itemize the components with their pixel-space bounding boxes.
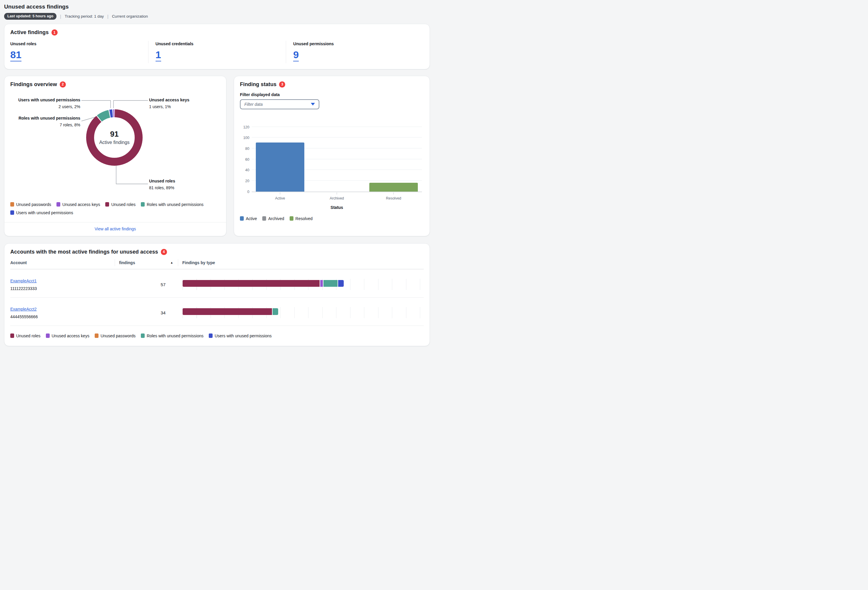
metric-value-link[interactable]: 9 [293,50,299,62]
donut-chart: 91 Active findings Users with unused per… [10,90,220,199]
overview-legend-unused-passwords[interactable]: Unused passwords [10,202,51,207]
bar-segment-roles-with-unused-permissions[interactable] [273,308,278,315]
legend-swatch [46,334,50,338]
accounts-legend-users-with-unused-permissions[interactable]: Users with unused permissions [209,334,272,338]
account-link-exampleacct2[interactable]: ExampleAcct2 [10,307,37,312]
accounts-legend-unused-roles[interactable]: Unused roles [10,334,41,338]
legend-swatch [10,202,14,207]
bar-segment-unused-roles[interactable] [183,308,272,315]
legend-swatch [262,216,266,221]
overview-legend-unused-roles[interactable]: Unused roles [105,202,136,207]
stacked-bar [183,308,278,315]
column-header-account: Account [10,260,115,265]
bar-segment-users-with-unused-permissions[interactable] [338,280,344,287]
legend-swatch [10,210,14,215]
column-header-findings[interactable]: findings ▲ [115,259,178,266]
overview-legend-users-with-unused-permissions[interactable]: Users with unused permissions [10,210,73,215]
accounts-table: Account findings ▲ Findings by type Exam… [10,259,424,326]
account-link-exampleacct1[interactable]: ExampleAcct1 [10,278,37,283]
account-cell: ExampleAcct1111122223333 [10,278,115,291]
accounts-card: Accounts with the most active findings f… [4,243,430,346]
x-axis-label-resolved: Resolved [365,196,422,200]
accounts-legend-roles-with-unused-permissions[interactable]: Roles with unused permissions [141,334,204,338]
finding-status-title: Finding status [240,81,276,88]
bar-slot-resolved [365,128,422,191]
table-row-exampleacct1: ExampleAcct111112222333357 [10,269,424,298]
findings-overview-card: Findings overview 2 91 Active findings [4,76,226,236]
metric-label: Unused credentials [155,41,280,46]
annotation-badge-2: 2 [60,81,66,88]
legend-swatch [141,202,145,207]
last-updated-badge: Last updated: 5 hours ago [4,13,56,20]
bar-segment-roles-with-unused-permissions[interactable] [323,280,338,287]
status-legend-active[interactable]: Active [240,216,257,221]
findings-by-type-cell [178,307,424,318]
meta-separator: | [107,14,108,19]
legend-swatch [56,202,60,207]
legend-swatch [141,334,145,338]
filter-data-placeholder: Filter data [244,102,263,107]
status-legend-archived[interactable]: Archived [262,216,284,221]
findings-overview-legend: Unused passwordsUnused access keysUnused… [10,202,220,215]
overview-legend-unused-access-keys[interactable]: Unused access keys [56,202,100,207]
bar-slot-active [252,128,309,191]
page: Unused access findings Last updated: 5 h… [0,0,434,351]
findings-count: 34 [115,310,178,315]
y-axis-tick-label: 20 [240,179,249,183]
status-chart-legend: ActiveArchivedResolved [240,216,424,221]
active-findings-card: Active findings 1 Unused roles81Unused c… [4,24,430,69]
donut-segment-unused-roles[interactable] [90,113,139,162]
status-chart-plot: 120100806040200 [252,128,422,192]
accounts-table-body: ExampleAcct111112222333357ExampleAcct244… [10,269,424,326]
sort-ascending-icon: ▲ [170,261,173,264]
legend-swatch [209,334,213,338]
finding-status-card: Finding status 3 Filter displayed data F… [234,76,430,236]
callout-roles-with-unused-permissions: Roles with unused permissions 7 roles, 8… [10,116,80,128]
annotation-badge-1: 1 [52,29,58,35]
metric-value-link[interactable]: 81 [10,50,21,62]
view-all-active-findings-link[interactable]: View all active findings [94,227,136,231]
annotation-badge-4: 4 [161,249,167,255]
legend-swatch [94,334,99,338]
metric-label: Unused permissions [293,41,418,46]
x-axis-label-active: Active [252,196,309,200]
donut-rings [84,107,145,168]
account-id: 111122223333 [10,286,115,291]
callout-unused-roles: Unused roles 81 roles, 89% [149,179,223,191]
active-findings-title: Active findings [10,29,49,35]
stacked-bar [183,280,344,287]
y-axis-tick-label: 60 [240,157,249,162]
account-id: 444455556666 [10,314,115,319]
legend-swatch [105,202,109,207]
filter-data-dropdown[interactable]: Filter data [240,99,319,109]
metric-unused-roles: Unused roles81 [10,41,148,63]
legend-swatch [10,334,14,338]
accounts-title: Accounts with the most active findings f… [10,249,158,255]
page-meta: Last updated: 5 hours ago | Tracking per… [4,13,430,20]
y-axis-tick-label: 80 [240,147,249,151]
overview-legend-roles-with-unused-permissions[interactable]: Roles with unused permissions [141,202,204,207]
bar-segment-unused-roles[interactable] [183,280,320,287]
stacked-bar-strip [183,279,424,290]
filter-displayed-data-label: Filter displayed data [240,92,424,97]
legend-swatch [240,216,244,221]
status-legend-resolved[interactable]: Resolved [289,216,313,221]
accounts-legend-unused-access-keys[interactable]: Unused access keys [46,334,89,338]
bar-segment-unused-access-keys[interactable] [320,280,323,287]
status-bars [252,128,422,191]
column-header-findings-by-type: Findings by type [178,259,424,266]
callout-users-with-unused-permissions: Users with unused permissions 2 users, 2… [10,97,80,110]
status-chart-x-labels: ActiveArchivedResolved [252,196,422,200]
chevron-down-icon [311,103,315,106]
findings-by-type-cell [178,279,424,290]
metric-value-link[interactable]: 1 [155,50,161,62]
accounts-legend-unused-passwords[interactable]: Unused passwords [94,334,136,338]
tracking-period: Tracking period: 1 day [65,14,104,19]
bar-active[interactable] [256,143,304,191]
findings-overview-title: Findings overview [10,81,57,88]
active-findings-metrics: Unused roles81Unused credentials1Unused … [10,41,424,63]
accounts-table-header: Account findings ▲ Findings by type [10,259,424,269]
status-bar-chart: 120100806040200 ActiveArchivedResolved S… [240,128,424,221]
bar-resolved[interactable] [369,183,418,191]
meta-separator: | [60,14,61,19]
